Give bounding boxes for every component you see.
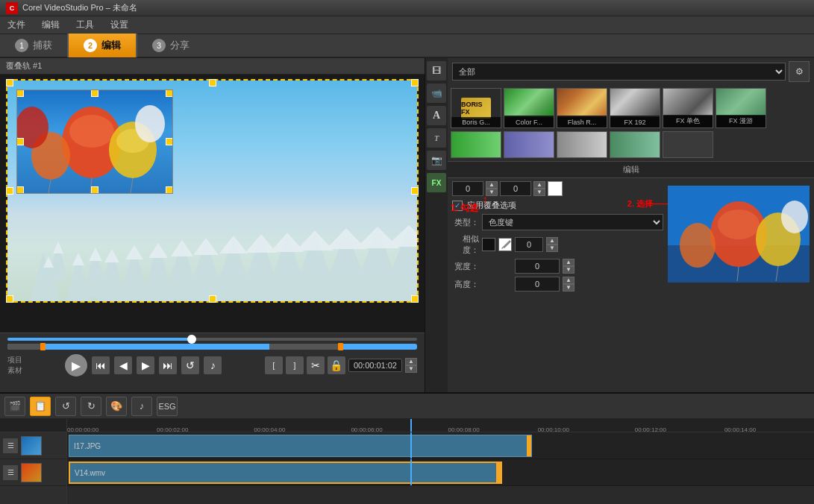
sim-down[interactable]: ▼ <box>546 245 558 252</box>
tl-audio-btn[interactable]: ♪ <box>131 397 152 416</box>
canvas-handle-tr[interactable] <box>411 79 419 86</box>
sidebar-icon-text[interactable]: A <box>427 106 446 125</box>
progress-thumb[interactable] <box>187 335 196 344</box>
y-down[interactable]: ▼ <box>533 189 545 196</box>
menu-tools[interactable]: 工具 <box>73 17 97 33</box>
pip-handle-mr[interactable] <box>166 138 173 145</box>
eyedropper-icon[interactable] <box>498 238 512 251</box>
w-down[interactable]: ▼ <box>563 266 575 274</box>
type-select[interactable]: 色度键 <box>482 214 663 230</box>
pip-handle-bl[interactable] <box>16 186 24 194</box>
filter-settings-icon[interactable]: ⚙ <box>789 61 810 82</box>
canvas-handle-mr[interactable] <box>411 187 419 195</box>
similarity-input[interactable] <box>515 237 543 252</box>
clip-i17-end-handle[interactable] <box>527 435 531 456</box>
canvas-handle-tl[interactable] <box>6 79 13 86</box>
sidebar-icon-film[interactable]: 🎞 <box>427 61 446 81</box>
time-down[interactable]: ▼ <box>405 365 417 373</box>
w-up[interactable]: ▲ <box>563 259 575 266</box>
pip-handle-tl[interactable] <box>16 89 24 97</box>
effect-fxbw[interactable]: FX 单色 <box>663 88 713 128</box>
tl-subtitle-btn[interactable]: ESG <box>157 397 178 416</box>
range-bar[interactable] <box>7 344 417 350</box>
range-handle-left[interactable] <box>40 343 46 350</box>
timeline-scroll-area[interactable]: 00:00:00:00 00:00:02:00 00:00:04:00 00:0… <box>67 419 814 504</box>
width-input[interactable] <box>515 259 560 274</box>
skip-end-button[interactable]: ⏭ <box>159 356 177 374</box>
pip-handle-tm[interactable] <box>91 89 98 97</box>
loop-button[interactable]: ↺ <box>181 356 199 374</box>
effect-small-5[interactable] <box>663 131 713 158</box>
y-input[interactable] <box>500 181 531 196</box>
h-up[interactable]: ▲ <box>563 277 575 284</box>
filter-select[interactable]: 全部 <box>452 63 786 81</box>
menu-edit[interactable]: 编辑 <box>39 17 63 33</box>
x-up[interactable]: ▲ <box>486 181 498 189</box>
track-thumb-video[interactable] <box>21 436 42 456</box>
pip-handle-tr[interactable] <box>166 89 173 97</box>
effect-small-4[interactable] <box>610 131 660 158</box>
clip-v14-end-handle[interactable] <box>496 463 501 482</box>
tl-film-btn[interactable]: 🎬 <box>4 397 25 416</box>
track-thumb-overlay[interactable] <box>21 463 42 482</box>
lock-button[interactable]: 🔒 <box>328 356 345 374</box>
canvas-handle-br[interactable] <box>411 295 419 303</box>
progress-track[interactable] <box>7 338 417 341</box>
pip-handle-br[interactable] <box>166 186 173 194</box>
mark-in-button[interactable]: [ <box>265 356 283 374</box>
height-input[interactable] <box>515 277 560 292</box>
track-icon-overlay[interactable]: ☰ <box>3 465 18 480</box>
sim-up[interactable]: ▲ <box>546 237 558 245</box>
tl-clip-btn[interactable]: 📋 <box>30 397 51 416</box>
canvas-handle-bm[interactable] <box>209 295 216 303</box>
clip-v14[interactable]: V14.wmv <box>69 462 502 484</box>
mark-out-button[interactable]: ] <box>286 356 304 374</box>
sidebar-icon-title[interactable]: T <box>427 128 446 148</box>
menu-settings[interactable]: 设置 <box>107 17 131 33</box>
time-spinbox[interactable]: ▲ ▼ <box>405 358 417 373</box>
effect-color-f[interactable]: Color F... <box>504 88 554 128</box>
h-down[interactable]: ▼ <box>563 284 575 292</box>
effect-small-2[interactable] <box>504 131 554 158</box>
next-frame-button[interactable]: ▶ <box>137 356 154 374</box>
track-icon-video[interactable]: ☰ <box>3 438 18 453</box>
effect-small-1[interactable] <box>451 131 501 158</box>
preview-panel: 覆叠轨 #1 <box>0 58 425 392</box>
tl-redo-btn[interactable]: ↻ <box>81 397 101 416</box>
svg-marker-26 <box>219 236 248 253</box>
canvas-handle-bl[interactable] <box>6 295 13 303</box>
y-up[interactable]: ▲ <box>533 181 545 189</box>
cut-button[interactable]: ✂ <box>307 356 325 374</box>
audio-button[interactable]: ♪ <box>204 356 222 374</box>
time-up[interactable]: ▲ <box>405 358 417 365</box>
effect-boris[interactable]: BORIS FX Boris G... <box>451 88 501 128</box>
effect-fxdiff[interactable]: FX 漫游 <box>716 88 766 128</box>
sidebar-icon-photo[interactable]: 📷 <box>427 151 446 170</box>
canvas-handle-tm[interactable] <box>209 79 216 86</box>
effect-flash-r[interactable]: Flash R... <box>557 88 607 128</box>
tl-undo-btn[interactable]: ↺ <box>55 397 76 416</box>
pip-handle-ml[interactable] <box>16 138 24 145</box>
canvas-handle-ml[interactable] <box>6 187 13 195</box>
svg-line-44 <box>129 193 131 194</box>
x-input[interactable] <box>452 181 483 196</box>
range-handle-right[interactable] <box>338 343 343 350</box>
clip-i17[interactable]: I17.JPG <box>69 435 532 457</box>
tl-color-btn[interactable]: 🎨 <box>106 397 127 416</box>
effect-fx192[interactable]: FX 192 <box>610 88 660 128</box>
play-button[interactable]: ▶ <box>65 354 87 377</box>
sidebar-icon-video[interactable]: 📹 <box>427 84 446 103</box>
step-capture[interactable]: 1 捕获 <box>0 34 67 57</box>
pip-handle-bm[interactable] <box>91 186 98 194</box>
playhead[interactable] <box>410 419 412 432</box>
prev-frame-button[interactable]: ◀ <box>114 356 132 374</box>
sidebar-fx-badge[interactable]: FX <box>427 173 446 192</box>
skip-start-button[interactable]: ⏮ <box>92 356 110 374</box>
color-swatch[interactable] <box>548 181 563 196</box>
step-edit[interactable]: 2 编辑 <box>69 34 136 57</box>
balloon-overlay[interactable] <box>16 89 173 194</box>
step-share[interactable]: 3 分享 <box>137 34 204 57</box>
menu-file[interactable]: 文件 <box>4 17 28 33</box>
effect-small-3[interactable] <box>557 131 607 158</box>
similarity-color[interactable] <box>482 238 495 251</box>
